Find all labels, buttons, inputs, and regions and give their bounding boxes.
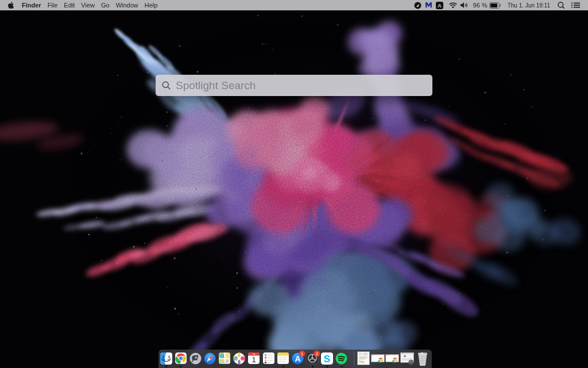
svg-text:A: A — [438, 3, 442, 9]
svg-text:S: S — [324, 354, 330, 365]
svg-text:1: 1 — [252, 355, 256, 364]
svg-text:2: 2 — [316, 351, 319, 356]
svg-text:1: 1 — [301, 351, 304, 356]
